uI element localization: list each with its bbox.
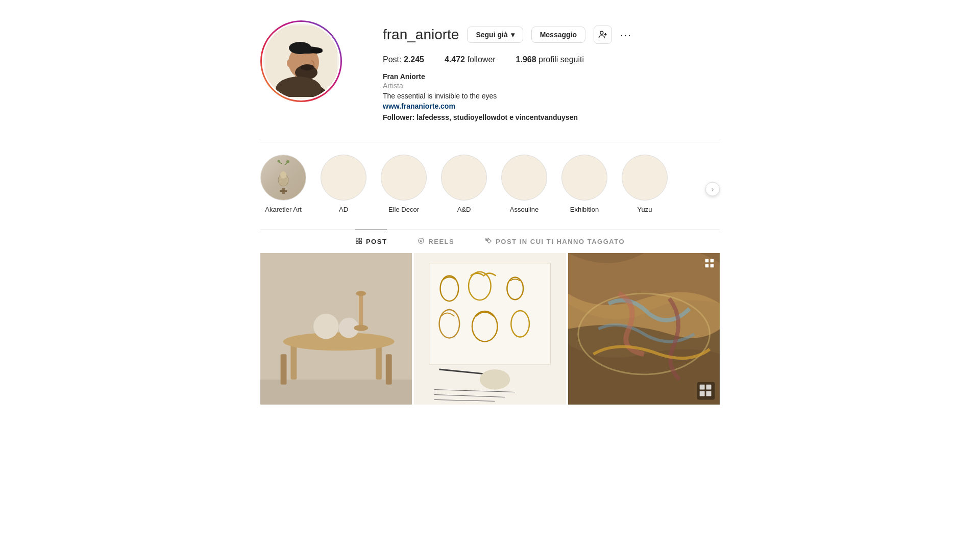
svg-point-22 [278, 160, 280, 163]
multi-post-icon [704, 258, 715, 271]
highlights-section: Akaretler Art AD Elle Decor A&D Assoulin… [260, 142, 720, 230]
posts-stat: Post: 2.245 [383, 55, 424, 64]
highlight-item[interactable]: Assouline [501, 155, 547, 213]
add-user-icon [598, 30, 607, 39]
highlights-next-button[interactable]: › [705, 182, 720, 196]
highlight-item[interactable]: Exhibition [561, 155, 607, 213]
display-name: Fran Aniorte [383, 72, 720, 81]
post-image [260, 253, 412, 405]
svg-rect-16 [280, 190, 287, 192]
highlight-label: Assouline [510, 206, 538, 213]
grid-post-item[interactable] [260, 253, 412, 405]
followers-stat[interactable]: 4.472 follower [445, 55, 496, 64]
tabs-section: POST REELS POST IN CUI TI HANNO TAGGATO [260, 230, 720, 253]
svg-point-58 [480, 369, 510, 390]
more-options-button[interactable]: ··· [620, 29, 632, 41]
svg-rect-71 [705, 264, 709, 268]
highlight-circle [441, 155, 487, 201]
svg-point-9 [300, 64, 314, 70]
highlight-item[interactable]: Yuzu [622, 155, 668, 213]
message-button[interactable]: Messaggio [531, 27, 585, 43]
username: fran_aniorte [383, 27, 459, 43]
highlight-circle [622, 155, 668, 201]
avatar [260, 20, 342, 102]
highlight-circle [501, 155, 547, 201]
highlight-circle [381, 155, 427, 201]
svg-rect-26 [359, 241, 361, 243]
highlight-circle [260, 155, 306, 201]
tab-post-label: POST [366, 238, 387, 245]
tab-tagged[interactable]: POST IN CUI TI HANNO TAGGATO [485, 230, 625, 253]
post-image [414, 253, 566, 405]
svg-point-5 [289, 42, 311, 54]
follow-button[interactable]: Segui già ▾ [467, 27, 523, 43]
svg-rect-69 [705, 259, 709, 263]
following-stat[interactable]: 1.968 profili seguiti [516, 55, 584, 64]
posts-grid [260, 253, 720, 405]
highlight-item[interactable]: Akaretler Art [260, 155, 306, 213]
highlight-item[interactable]: Elle Decor [381, 155, 427, 213]
stats-row: Post: 2.245 4.472 follower 1.968 profili… [383, 55, 720, 64]
profile-info: fran_aniorte Segui già ▾ Messaggio ··· [383, 20, 720, 121]
highlight-label: Yuzu [638, 206, 652, 213]
tab-tagged-label: POST IN CUI TI HANNO TAGGATO [496, 238, 625, 245]
post-image [568, 253, 720, 405]
svg-rect-25 [356, 241, 358, 243]
highlight-label: Akaretler Art [265, 206, 302, 213]
profile-link[interactable]: www.frananiorte.com [383, 102, 720, 110]
highlight-image [271, 160, 296, 195]
add-user-button[interactable] [594, 26, 612, 44]
svg-point-6 [310, 48, 323, 54]
svg-rect-64 [697, 382, 715, 400]
highlight-item[interactable]: AD [321, 155, 366, 213]
svg-rect-23 [356, 238, 358, 240]
highlight-label: Elle Decor [388, 206, 419, 213]
svg-rect-47 [260, 253, 412, 405]
svg-rect-67 [699, 391, 704, 396]
svg-point-12 [600, 31, 603, 34]
highlight-item[interactable]: A&D [441, 155, 487, 213]
highlight-circle [561, 155, 607, 201]
highlight-label: A&D [457, 206, 471, 213]
svg-point-34 [487, 239, 488, 240]
grid-post-item[interactable] [568, 253, 720, 405]
svg-rect-70 [710, 259, 714, 263]
profile-bio: The essential is invisible to the eyes [383, 92, 720, 100]
profile-title: Artista [383, 82, 720, 90]
svg-rect-72 [710, 264, 714, 268]
svg-rect-24 [359, 238, 361, 240]
svg-point-7 [287, 59, 293, 67]
svg-rect-66 [706, 385, 711, 390]
mutual-followers: Follower: lafedesss, studioyellowdot e v… [383, 113, 720, 121]
svg-point-20 [286, 160, 289, 163]
chevron-down-icon: ▾ [511, 31, 514, 39]
avatar-image [265, 26, 337, 97]
grid-post-item[interactable] [414, 253, 566, 405]
highlight-circle [321, 155, 366, 201]
grid-icon [355, 237, 362, 246]
tab-post[interactable]: POST [355, 230, 387, 253]
svg-point-18 [280, 171, 286, 179]
svg-rect-68 [706, 391, 711, 396]
svg-point-28 [421, 240, 423, 242]
highlight-label: Exhibition [570, 206, 599, 213]
highlights-scroll: Akaretler Art AD Elle Decor A&D Assoulin… [260, 155, 720, 217]
svg-point-10 [303, 57, 311, 62]
tab-reels-label: REELS [428, 238, 454, 245]
svg-rect-65 [699, 385, 704, 390]
tag-icon [485, 237, 492, 246]
highlight-label: AD [339, 206, 348, 213]
tab-reels[interactable]: REELS [418, 230, 454, 253]
reels-icon [418, 237, 425, 246]
